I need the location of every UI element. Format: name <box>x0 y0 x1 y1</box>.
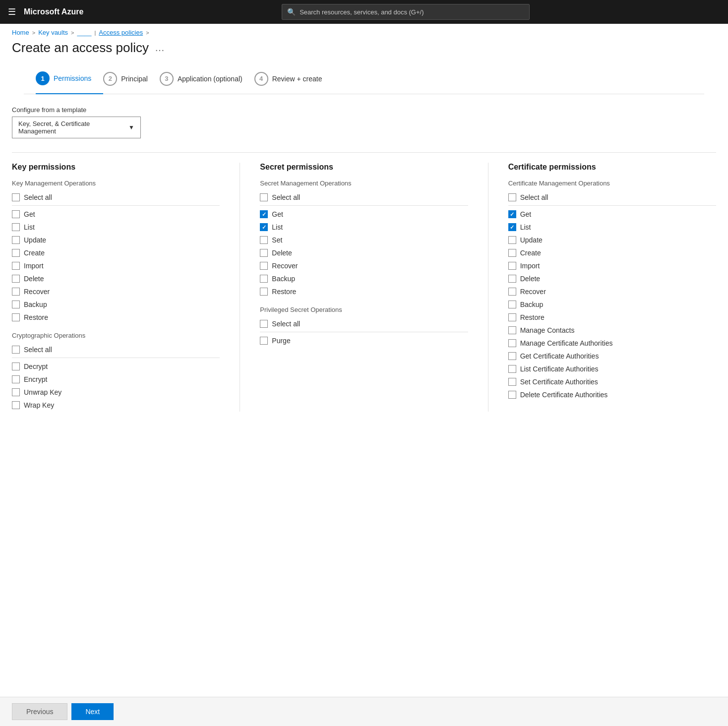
secret-delete-checkbox[interactable] <box>260 249 268 257</box>
cert-delete-ca[interactable]: Delete Certificate Authorities <box>508 388 716 401</box>
key-update-checkbox[interactable] <box>12 236 20 244</box>
page-menu-icon[interactable]: … <box>155 42 165 54</box>
secret-backup-checkbox[interactable] <box>260 275 268 283</box>
secret-recover[interactable]: Recover <box>260 259 468 272</box>
cert-set-ca-checkbox[interactable] <box>508 378 516 386</box>
privileged-select-all[interactable]: Select all <box>260 317 468 332</box>
secret-list[interactable]: List <box>260 221 468 234</box>
breadcrumb-vault-name[interactable]: ____ <box>77 29 92 36</box>
cert-list-ca[interactable]: List Certificate Authorities <box>508 363 716 375</box>
cert-delete-ca-checkbox[interactable] <box>508 391 516 399</box>
secret-get[interactable]: Get <box>260 208 468 221</box>
crypto-section-title: Cryptographic Operations <box>12 332 220 339</box>
privileged-select-all-label: Select all <box>272 320 300 328</box>
key-restore[interactable]: Restore <box>12 311 220 324</box>
template-dropdown[interactable]: Key, Secret, & Certificate Management ▼ <box>12 117 141 138</box>
wizard-steps: 1 Permissions 2 Principal 3 Application … <box>24 63 704 94</box>
cert-backup-checkbox[interactable] <box>508 301 516 308</box>
key-recover[interactable]: Recover <box>12 285 220 298</box>
key-wrap[interactable]: Wrap Key <box>12 399 220 412</box>
cert-manage-contacts-checkbox[interactable] <box>508 326 516 334</box>
cert-import[interactable]: Import <box>508 259 716 272</box>
privileged-select-all-checkbox[interactable] <box>260 320 268 328</box>
cert-get-ca-checkbox[interactable] <box>508 352 516 360</box>
cert-set-ca[interactable]: Set Certificate Authorities <box>508 375 716 388</box>
key-get-checkbox[interactable] <box>12 210 20 218</box>
secret-restore[interactable]: Restore <box>260 285 468 298</box>
cert-list-ca-checkbox[interactable] <box>508 365 516 373</box>
cert-manage-contacts[interactable]: Manage Contacts <box>508 324 716 337</box>
key-decrypt[interactable]: Decrypt <box>12 360 220 373</box>
cert-update[interactable]: Update <box>508 234 716 246</box>
secret-select-all[interactable]: Select all <box>260 191 468 206</box>
secret-list-label: List <box>272 223 283 231</box>
cert-update-checkbox[interactable] <box>508 236 516 244</box>
breadcrumb-home[interactable]: Home <box>12 29 29 36</box>
key-create-checkbox[interactable] <box>12 249 20 257</box>
key-backup[interactable]: Backup <box>12 298 220 311</box>
key-decrypt-checkbox[interactable] <box>12 363 20 370</box>
key-list-checkbox[interactable] <box>12 223 20 231</box>
secret-backup[interactable]: Backup <box>260 272 468 285</box>
wizard-step-review[interactable]: 4 Review + create <box>254 72 334 94</box>
crypto-select-all-checkbox[interactable] <box>12 346 20 354</box>
wizard-step-principal[interactable]: 2 Principal <box>103 72 160 94</box>
key-delete-checkbox[interactable] <box>12 275 20 283</box>
cert-backup[interactable]: Backup <box>508 298 716 311</box>
cert-select-all[interactable]: Select all <box>508 191 716 206</box>
cert-create-checkbox[interactable] <box>508 249 516 257</box>
key-encrypt[interactable]: Encrypt <box>12 373 220 386</box>
secret-recover-checkbox[interactable] <box>260 262 268 270</box>
cert-recover[interactable]: Recover <box>508 285 716 298</box>
cert-recover-checkbox[interactable] <box>508 288 516 296</box>
wizard-step-application[interactable]: 3 Application (optional) <box>160 72 254 94</box>
key-delete[interactable]: Delete <box>12 272 220 285</box>
wizard-step-permissions[interactable]: 1 Permissions <box>36 71 103 94</box>
secret-select-all-checkbox[interactable] <box>260 193 268 201</box>
secret-list-checkbox[interactable] <box>260 223 268 231</box>
key-update[interactable]: Update <box>12 234 220 246</box>
key-get[interactable]: Get <box>12 208 220 221</box>
secret-set[interactable]: Set <box>260 234 468 246</box>
secret-purge-checkbox[interactable] <box>260 337 268 345</box>
key-restore-checkbox[interactable] <box>12 313 20 321</box>
key-import[interactable]: Import <box>12 259 220 272</box>
key-select-all[interactable]: Select all <box>12 191 220 206</box>
key-recover-checkbox[interactable] <box>12 288 20 296</box>
cert-get-ca[interactable]: Get Certificate Authorities <box>508 350 716 363</box>
cert-list-checkbox[interactable] <box>508 223 516 231</box>
search-bar[interactable]: 🔍 Search resources, services, and docs (… <box>282 4 530 20</box>
secret-restore-checkbox[interactable] <box>260 288 268 296</box>
cert-manage-ca-checkbox[interactable] <box>508 339 516 347</box>
key-create[interactable]: Create <box>12 246 220 259</box>
key-list[interactable]: List <box>12 221 220 234</box>
cert-manage-ca[interactable]: Manage Certificate Authorities <box>508 337 716 350</box>
cert-delete[interactable]: Delete <box>508 272 716 285</box>
step-label-principal: Principal <box>121 75 148 83</box>
cert-restore-checkbox[interactable] <box>508 313 516 321</box>
secret-get-checkbox[interactable] <box>260 210 268 218</box>
secret-set-checkbox[interactable] <box>260 236 268 244</box>
secret-purge[interactable]: Purge <box>260 334 468 347</box>
cert-get[interactable]: Get <box>508 208 716 221</box>
breadcrumb-access-policies[interactable]: Access policies <box>99 29 143 36</box>
key-unwrap[interactable]: Unwrap Key <box>12 386 220 399</box>
cert-create[interactable]: Create <box>508 246 716 259</box>
key-select-all-checkbox[interactable] <box>12 193 20 201</box>
cert-delete-checkbox[interactable] <box>508 275 516 283</box>
key-unwrap-checkbox[interactable] <box>12 388 20 396</box>
cert-import-checkbox[interactable] <box>508 262 516 270</box>
crypto-select-all[interactable]: Select all <box>12 343 220 358</box>
cert-select-all-checkbox[interactable] <box>508 193 516 201</box>
key-import-checkbox[interactable] <box>12 262 20 270</box>
cert-restore[interactable]: Restore <box>508 311 716 324</box>
hamburger-icon[interactable]: ☰ <box>8 6 16 17</box>
secret-delete[interactable]: Delete <box>260 246 468 259</box>
key-wrap-checkbox[interactable] <box>12 401 20 409</box>
breadcrumb-key-vaults[interactable]: Key vaults <box>38 29 68 36</box>
cert-get-checkbox[interactable] <box>508 210 516 218</box>
key-permissions-column: Key permissions Key Management Operation… <box>12 163 240 412</box>
key-encrypt-checkbox[interactable] <box>12 375 20 383</box>
cert-list[interactable]: List <box>508 221 716 234</box>
key-backup-checkbox[interactable] <box>12 301 20 308</box>
